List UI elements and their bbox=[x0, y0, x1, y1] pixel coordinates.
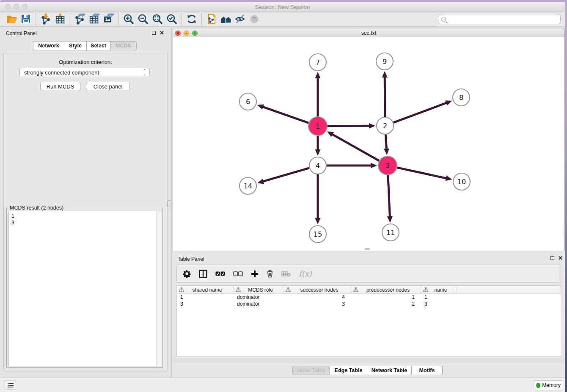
close-panel-label: Close panel bbox=[94, 83, 123, 90]
deselect-all-button[interactable] bbox=[233, 271, 243, 276]
export-network-button[interactable] bbox=[73, 13, 87, 25]
edge-2-9[interactable] bbox=[385, 76, 385, 117]
edge-3-10[interactable] bbox=[397, 168, 447, 179]
show-graphics-details-button[interactable] bbox=[219, 13, 233, 25]
add-column-icon bbox=[251, 270, 259, 278]
table-row[interactable]: 3dominator323 bbox=[177, 301, 561, 307]
edge-1-6[interactable] bbox=[262, 107, 308, 123]
zoom-selected-button[interactable] bbox=[165, 13, 179, 25]
graph-node-label-1: 1 bbox=[316, 122, 320, 130]
tab-mcds[interactable]: MCDS bbox=[110, 41, 137, 50]
titlebar: Session: New Session bbox=[0, 2, 565, 11]
hide-selected-button[interactable] bbox=[233, 13, 248, 25]
zoom-selected-icon bbox=[166, 14, 177, 25]
column-header-MCDS-role[interactable]: MCDS role bbox=[234, 286, 284, 294]
edge-arrow-2-3 bbox=[384, 149, 389, 155]
search-box[interactable] bbox=[438, 14, 561, 24]
edge-arrow-1-7 bbox=[315, 72, 321, 78]
open-session-button[interactable] bbox=[4, 13, 19, 25]
edge-arrow-1-2 bbox=[369, 123, 375, 129]
memory-button[interactable]: Memory bbox=[534, 380, 563, 390]
edge-1-2[interactable] bbox=[328, 126, 370, 126]
close-panel-icon[interactable]: ✕ bbox=[160, 30, 164, 35]
splitter-handle[interactable] bbox=[168, 200, 171, 207]
task-list-icon bbox=[7, 382, 14, 388]
canvas-scroll-handle[interactable] bbox=[365, 248, 370, 250]
column-header-predecessor-nodes[interactable]: predecessor nodes bbox=[351, 286, 421, 294]
save-session-button[interactable] bbox=[19, 13, 33, 25]
edge-arrow-2-8 bbox=[445, 100, 452, 105]
mcds-result-textarea[interactable]: 1 3 bbox=[8, 211, 161, 366]
import-table-button[interactable] bbox=[53, 13, 67, 25]
optimization-criterion-label: Optimization criterion: bbox=[4, 59, 167, 65]
column-header-name[interactable]: name bbox=[421, 286, 457, 294]
table-panel-title: Table Panel bbox=[178, 256, 204, 262]
float-panel-icon[interactable] bbox=[152, 31, 156, 35]
import-network-button[interactable] bbox=[39, 13, 53, 25]
export-image-icon bbox=[103, 14, 114, 25]
criterion-value: strongly connected component bbox=[24, 69, 99, 76]
edge-3-11[interactable] bbox=[388, 175, 390, 218]
table-cell: dominator bbox=[234, 301, 284, 307]
column-visibility-icon bbox=[199, 270, 207, 278]
tab-select[interactable]: Select bbox=[87, 41, 110, 50]
zoom-in-button[interactable] bbox=[121, 13, 136, 25]
delete-column-button[interactable] bbox=[267, 270, 273, 278]
select-all-icon bbox=[215, 271, 225, 276]
tab-edge-table[interactable]: Edge Table bbox=[330, 366, 367, 375]
zoom-out-button[interactable] bbox=[136, 13, 150, 25]
tab-network-table[interactable]: Network Table bbox=[367, 366, 412, 375]
zoom-fit-icon bbox=[152, 14, 163, 25]
graph-node-label-3: 3 bbox=[385, 162, 390, 170]
column-type-icon bbox=[423, 287, 428, 292]
control-panel-tabs: NetworkStyleSelectMCDS bbox=[33, 41, 137, 50]
table-header-row: shared nameMCDS rolesuccessor nodesprede… bbox=[177, 286, 561, 294]
select-all-button[interactable] bbox=[215, 271, 225, 276]
toolbar-separator bbox=[201, 13, 202, 25]
tab-network[interactable]: Network bbox=[33, 41, 64, 50]
run-mcds-button[interactable]: Run MCDS bbox=[40, 82, 80, 91]
table-row[interactable]: 1dominator411 bbox=[177, 294, 561, 301]
apply-layout-button[interactable] bbox=[184, 13, 199, 25]
zoom-fit-button[interactable] bbox=[150, 13, 165, 25]
table-settings-button[interactable] bbox=[183, 270, 191, 278]
column-label: successor nodes bbox=[300, 287, 338, 293]
graph-node-label-7: 7 bbox=[316, 58, 320, 66]
edge-3-1[interactable] bbox=[331, 134, 379, 161]
mcds-result-title: MCDS result (2 nodes) bbox=[8, 205, 65, 211]
column-type-icon bbox=[353, 287, 358, 292]
network-canvas[interactable]: 7968124314101511 bbox=[173, 37, 564, 251]
edge-arrow-3-10 bbox=[445, 176, 452, 181]
close-panel-button[interactable]: Close panel bbox=[86, 82, 130, 91]
export-image-button[interactable] bbox=[102, 13, 116, 25]
edge-arrow-4-3 bbox=[371, 163, 377, 168]
table-toolbar: f(x) bbox=[176, 265, 561, 283]
tab-motifs[interactable]: Motifs bbox=[412, 366, 443, 375]
search-input[interactable] bbox=[448, 16, 560, 22]
graph-node-label-2: 2 bbox=[383, 122, 387, 130]
tab-node-table[interactable]: Node Table bbox=[292, 366, 330, 375]
table-cell: 1 bbox=[351, 294, 421, 301]
column-header-shared-name[interactable]: shared name bbox=[177, 286, 234, 294]
column-visibility-button[interactable] bbox=[199, 270, 207, 278]
task-history-button[interactable] bbox=[5, 381, 16, 390]
delete-table-button bbox=[281, 271, 291, 277]
close-table-panel-icon[interactable]: ✕ bbox=[558, 256, 563, 260]
export-table-icon bbox=[89, 14, 100, 25]
edge-4-14[interactable] bbox=[262, 168, 309, 182]
tab-style[interactable]: Style bbox=[64, 41, 87, 50]
column-header-successor-nodes[interactable]: successor nodes bbox=[284, 286, 351, 294]
result-scrollbar[interactable] bbox=[156, 211, 161, 366]
add-column-button[interactable] bbox=[251, 270, 259, 278]
export-table-button[interactable] bbox=[87, 13, 102, 25]
float-table-panel-icon[interactable] bbox=[550, 256, 554, 260]
show-all-button[interactable] bbox=[248, 13, 262, 25]
network-from-selection-icon bbox=[206, 14, 217, 25]
edge-2-8[interactable] bbox=[394, 102, 448, 122]
edge-arrow-3-11 bbox=[387, 216, 393, 223]
criterion-select[interactable]: strongly connected component ⌃⌄ bbox=[19, 68, 150, 77]
column-type-icon bbox=[286, 287, 291, 292]
network-from-selection-button[interactable] bbox=[204, 13, 219, 25]
edge-2-3[interactable] bbox=[385, 135, 386, 150]
edge-arrow-1-4 bbox=[315, 149, 321, 156]
